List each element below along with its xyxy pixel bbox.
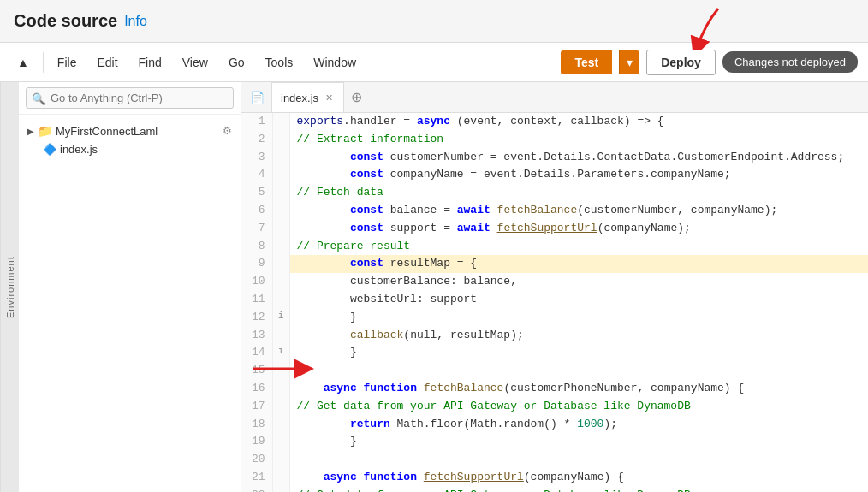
menu-edit[interactable]: Edit [90,52,124,73]
search-icon: 🔍 [32,92,45,104]
line-gutter [272,149,289,167]
menu-file[interactable]: File [51,52,84,73]
toolbar: ▲ File Edit Find View Go Tools Window Te… [0,43,868,82]
line-gutter [272,487,289,492]
table-row: 20 [241,451,868,469]
line-number: 4 [241,166,272,184]
project-folder-item[interactable]: ▶ 📁 MyFirstConnectLaml ⚙ [22,122,237,140]
menu-find[interactable]: Find [132,52,169,73]
line-gutter [272,398,289,416]
line-gutter [272,380,289,398]
line-gutter [272,238,289,256]
table-row: 14 i } [241,344,868,362]
file-icon: 🔷 [43,143,56,156]
gear-icon[interactable]: ⚙ [223,125,232,137]
editor-area: 📄 index.js ✕ ⊕ [241,82,868,492]
folder-icon: 📁 [38,124,52,138]
table-row: 11 websiteUrl: support [241,291,868,309]
table-row: 8 // Prepare result [241,238,868,256]
line-number: 16 [241,380,272,398]
line-gutter: i [272,344,289,362]
line-code: // Fetch data [289,184,868,202]
line-gutter [272,291,289,309]
table-row: 19 } [241,433,868,451]
line-code: const resultMap = { [289,255,868,273]
line-number: 19 [241,433,272,451]
page-title: Code source [14,11,117,31]
line-code: // Extract information [289,131,868,149]
test-dropdown-button[interactable]: ▾ [619,50,639,74]
line-gutter [272,362,289,380]
code-container[interactable]: 1 exports.handler = async (event, contex… [241,113,868,492]
table-row: 16 async function fetchBalance(customerP… [241,380,868,398]
tab-label: index.js [281,92,318,104]
line-number: 12 [241,309,272,327]
search-input[interactable] [26,87,234,109]
table-row: 10 customerBalance: balance, [241,273,868,291]
table-row: 15 [241,362,868,380]
line-code [289,362,868,380]
line-code: } [289,309,868,327]
table-row: 2 // Extract information [241,131,868,149]
file-item-indexjs[interactable]: 🔷 index.js [22,140,237,158]
line-code: callback(null, resultMap); [289,327,868,345]
table-row: 5 // Fetch data [241,184,868,202]
add-tab-button[interactable]: ⊕ [346,89,367,105]
tab-list-button[interactable]: 📄 [245,87,270,108]
tab-indexjs[interactable]: index.js ✕ [271,82,344,112]
line-code: exports.handler = async (event, context,… [289,113,868,131]
tab-close-button[interactable]: ✕ [324,92,335,104]
line-number: 2 [241,131,272,149]
menu-tools[interactable]: Tools [259,52,300,73]
line-code: const companyName = event.Details.Parame… [289,166,868,184]
line-code: } [289,344,868,362]
table-row: 18 return Math.floor(Math.random() * 100… [241,416,868,434]
line-number: 7 [241,220,272,238]
table-row: 7 const support = await fetchSupportUrl(… [241,220,868,238]
line-gutter [272,255,289,273]
file-tree-panel: 🔍 ▶ 📁 MyFirstConnectLaml ⚙ 🔷 index.js [19,82,241,492]
line-gutter [272,327,289,345]
menu-window[interactable]: Window [306,52,363,73]
line-gutter [272,273,289,291]
table-row: 9 const resultMap = { [241,255,868,273]
test-button[interactable]: Test [561,50,612,74]
table-row: 6 const balance = await fetchBalance(cus… [241,202,868,220]
line-number: 6 [241,202,272,220]
line-code: customerBalance: balance, [289,273,868,291]
line-number: 18 [241,416,272,434]
file-name-label: index.js [60,143,98,156]
menu-view[interactable]: View [175,52,215,73]
line-code: // Prepare result [289,238,868,256]
line-code: // Get data from your API Gateway or Dat… [289,398,868,416]
line-number: 22 [241,487,272,492]
info-link[interactable]: Info [124,14,147,29]
line-code: const support = await fetchSupportUrl(co… [289,220,868,238]
line-code: websiteUrl: support [289,291,868,309]
line-gutter [272,202,289,220]
table-row: 1 exports.handler = async (event, contex… [241,113,868,131]
deploy-button[interactable]: Deploy [646,50,716,75]
line-number: 20 [241,451,272,469]
line-gutter [272,166,289,184]
menu-go[interactable]: Go [222,52,252,73]
line-gutter [272,416,289,434]
table-row: 17 // Get data from your API Gateway or … [241,398,868,416]
line-number: 5 [241,184,272,202]
line-gutter [272,433,289,451]
line-number: 11 [241,291,272,309]
line-number: 13 [241,327,272,345]
line-gutter [272,184,289,202]
line-code: // Get data from your API Gateway or Dat… [289,487,868,492]
line-number: 8 [241,238,272,256]
search-bar: 🔍 [19,82,241,115]
title-bar: Code source Info [0,0,868,43]
line-gutter [272,131,289,149]
line-code: const customerNumber = event.Details.Con… [289,149,868,167]
tree-content: ▶ 📁 MyFirstConnectLaml ⚙ 🔷 index.js [19,115,241,165]
collapse-button[interactable]: ▲ [10,52,36,73]
line-number: 17 [241,398,272,416]
line-gutter: i [272,309,289,327]
environment-sidebar-label: Environment [0,82,19,492]
caret-icon: ▶ [27,127,34,136]
